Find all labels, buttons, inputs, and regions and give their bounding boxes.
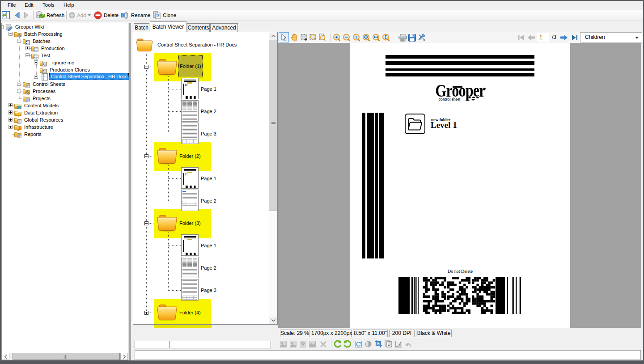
svg-text:1: 1: [355, 35, 357, 39]
